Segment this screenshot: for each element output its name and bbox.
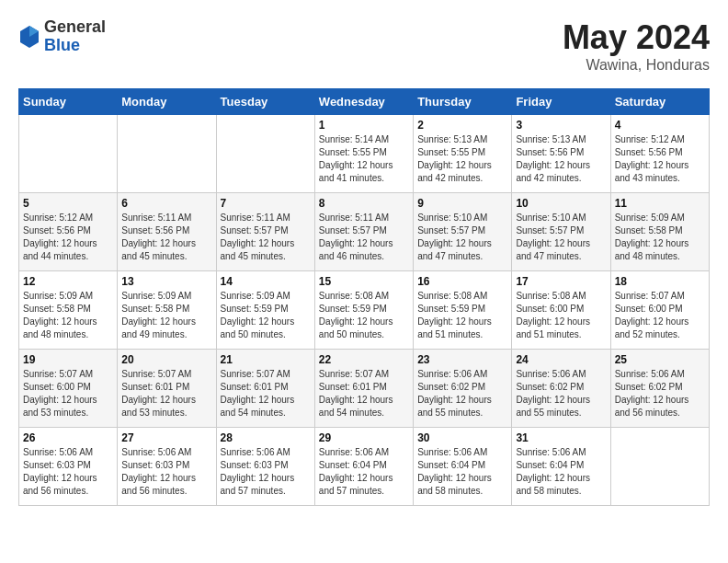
calendar-cell: 10Sunrise: 5:10 AM Sunset: 5:57 PM Dayli… [512,193,610,271]
page-header: General Blue May 2024 Wawina, Honduras [18,18,710,74]
calendar-cell: 16Sunrise: 5:08 AM Sunset: 5:59 PM Dayli… [414,271,512,350]
calendar-cell: 29Sunrise: 5:06 AM Sunset: 6:04 PM Dayli… [314,428,413,506]
day-info: Sunrise: 5:06 AM Sunset: 6:03 PM Dayligh… [23,446,113,498]
day-number: 22 [319,353,409,366]
weekday-header: Friday [512,89,610,115]
day-number: 13 [121,275,211,288]
calendar-cell [19,115,118,193]
day-info: Sunrise: 5:08 AM Sunset: 5:59 PM Dayligh… [417,290,507,341]
calendar-cell: 19Sunrise: 5:07 AM Sunset: 6:00 PM Dayli… [19,350,118,428]
calendar-cell: 11Sunrise: 5:09 AM Sunset: 5:58 PM Dayli… [610,193,709,271]
calendar-table: SundayMondayTuesdayWednesdayThursdayFrid… [18,88,710,506]
day-info: Sunrise: 5:11 AM Sunset: 5:57 PM Dayligh… [319,212,409,263]
day-info: Sunrise: 5:07 AM Sunset: 6:01 PM Dayligh… [319,368,409,419]
calendar-week-row: 26Sunrise: 5:06 AM Sunset: 6:03 PM Dayli… [19,428,710,506]
day-number: 28 [221,431,311,444]
calendar-cell: 3Sunrise: 5:13 AM Sunset: 5:56 PM Daylig… [512,115,610,193]
calendar-cell: 5Sunrise: 5:12 AM Sunset: 5:56 PM Daylig… [19,193,118,271]
day-info: Sunrise: 5:06 AM Sunset: 6:04 PM Dayligh… [417,446,507,498]
day-info: Sunrise: 5:08 AM Sunset: 6:00 PM Dayligh… [516,290,606,341]
day-number: 29 [319,431,409,444]
calendar-body: 1Sunrise: 5:14 AM Sunset: 5:55 PM Daylig… [19,115,710,506]
day-info: Sunrise: 5:11 AM Sunset: 5:57 PM Dayligh… [221,212,311,263]
day-number: 18 [615,275,705,288]
calendar-cell: 6Sunrise: 5:11 AM Sunset: 5:56 PM Daylig… [118,193,216,271]
day-info: Sunrise: 5:10 AM Sunset: 5:57 PM Dayligh… [516,212,606,263]
day-number: 16 [417,275,507,288]
calendar-cell [216,115,314,193]
day-info: Sunrise: 5:09 AM Sunset: 5:59 PM Dayligh… [221,290,311,341]
calendar-cell: 27Sunrise: 5:06 AM Sunset: 6:03 PM Dayli… [118,428,216,506]
calendar-cell: 2Sunrise: 5:13 AM Sunset: 5:55 PM Daylig… [414,115,512,193]
logo: General Blue [18,18,106,55]
calendar-cell: 21Sunrise: 5:07 AM Sunset: 6:01 PM Dayli… [216,350,314,428]
day-number: 15 [319,275,409,288]
day-info: Sunrise: 5:09 AM Sunset: 5:58 PM Dayligh… [23,290,113,341]
calendar-header: SundayMondayTuesdayWednesdayThursdayFrid… [19,89,710,115]
day-info: Sunrise: 5:08 AM Sunset: 5:59 PM Dayligh… [319,290,409,341]
calendar-cell: 12Sunrise: 5:09 AM Sunset: 5:58 PM Dayli… [19,271,118,350]
logo-text: General Blue [44,18,106,55]
logo-blue: Blue [44,37,106,55]
day-number: 23 [417,353,507,366]
calendar-cell [610,428,709,506]
day-number: 4 [615,119,705,132]
day-info: Sunrise: 5:09 AM Sunset: 5:58 PM Dayligh… [121,290,211,341]
day-info: Sunrise: 5:13 AM Sunset: 5:56 PM Dayligh… [516,133,606,185]
day-number: 17 [516,275,606,288]
day-info: Sunrise: 5:07 AM Sunset: 6:01 PM Dayligh… [221,368,311,419]
day-number: 25 [615,353,705,366]
day-number: 5 [23,197,113,210]
day-number: 1 [319,119,409,132]
day-number: 14 [221,275,311,288]
day-info: Sunrise: 5:09 AM Sunset: 5:58 PM Dayligh… [615,212,705,263]
day-info: Sunrise: 5:07 AM Sunset: 6:00 PM Dayligh… [23,368,113,419]
day-number: 19 [23,353,113,366]
day-info: Sunrise: 5:07 AM Sunset: 6:00 PM Dayligh… [615,290,705,341]
day-info: Sunrise: 5:10 AM Sunset: 5:57 PM Dayligh… [417,212,507,263]
day-info: Sunrise: 5:06 AM Sunset: 6:02 PM Dayligh… [417,368,507,419]
calendar-cell: 13Sunrise: 5:09 AM Sunset: 5:58 PM Dayli… [118,271,216,350]
calendar-cell: 7Sunrise: 5:11 AM Sunset: 5:57 PM Daylig… [216,193,314,271]
weekday-row: SundayMondayTuesdayWednesdayThursdayFrid… [19,89,710,115]
calendar-week-row: 12Sunrise: 5:09 AM Sunset: 5:58 PM Dayli… [19,271,710,350]
calendar-cell: 17Sunrise: 5:08 AM Sunset: 6:00 PM Dayli… [512,271,610,350]
day-number: 11 [615,197,705,210]
calendar-week-row: 1Sunrise: 5:14 AM Sunset: 5:55 PM Daylig… [19,115,710,193]
day-info: Sunrise: 5:06 AM Sunset: 6:02 PM Dayligh… [516,368,606,419]
day-number: 26 [23,431,113,444]
day-info: Sunrise: 5:12 AM Sunset: 5:56 PM Dayligh… [23,212,113,263]
calendar-cell: 31Sunrise: 5:06 AM Sunset: 6:04 PM Dayli… [512,428,610,506]
calendar-cell: 20Sunrise: 5:07 AM Sunset: 6:01 PM Dayli… [118,350,216,428]
weekday-header: Sunday [19,89,118,115]
day-info: Sunrise: 5:06 AM Sunset: 6:02 PM Dayligh… [615,368,705,419]
calendar-week-row: 19Sunrise: 5:07 AM Sunset: 6:00 PM Dayli… [19,350,710,428]
day-info: Sunrise: 5:06 AM Sunset: 6:04 PM Dayligh… [516,446,606,498]
day-number: 12 [23,275,113,288]
day-info: Sunrise: 5:06 AM Sunset: 6:03 PM Dayligh… [121,446,211,498]
day-number: 9 [417,197,507,210]
calendar-cell: 4Sunrise: 5:12 AM Sunset: 5:56 PM Daylig… [610,115,709,193]
day-number: 8 [319,197,409,210]
calendar-cell: 23Sunrise: 5:06 AM Sunset: 6:02 PM Dayli… [414,350,512,428]
logo-general: General [44,18,106,37]
day-number: 7 [221,197,311,210]
calendar-cell: 1Sunrise: 5:14 AM Sunset: 5:55 PM Daylig… [314,115,413,193]
weekday-header: Tuesday [216,89,314,115]
day-number: 3 [516,119,606,132]
calendar-cell: 24Sunrise: 5:06 AM Sunset: 6:02 PM Dayli… [512,350,610,428]
month-title: May 2024 [563,18,710,57]
day-number: 27 [121,431,211,444]
day-info: Sunrise: 5:06 AM Sunset: 6:03 PM Dayligh… [221,446,311,498]
day-number: 2 [417,119,507,132]
calendar-cell: 15Sunrise: 5:08 AM Sunset: 5:59 PM Dayli… [314,271,413,350]
day-number: 24 [516,353,606,366]
title-block: May 2024 Wawina, Honduras [563,18,710,74]
calendar-cell: 28Sunrise: 5:06 AM Sunset: 6:03 PM Dayli… [216,428,314,506]
location: Wawina, Honduras [563,57,710,74]
calendar-cell: 9Sunrise: 5:10 AM Sunset: 5:57 PM Daylig… [414,193,512,271]
calendar-cell: 25Sunrise: 5:06 AM Sunset: 6:02 PM Dayli… [610,350,709,428]
day-info: Sunrise: 5:11 AM Sunset: 5:56 PM Dayligh… [121,212,211,263]
weekday-header: Thursday [414,89,512,115]
day-info: Sunrise: 5:07 AM Sunset: 6:01 PM Dayligh… [121,368,211,419]
